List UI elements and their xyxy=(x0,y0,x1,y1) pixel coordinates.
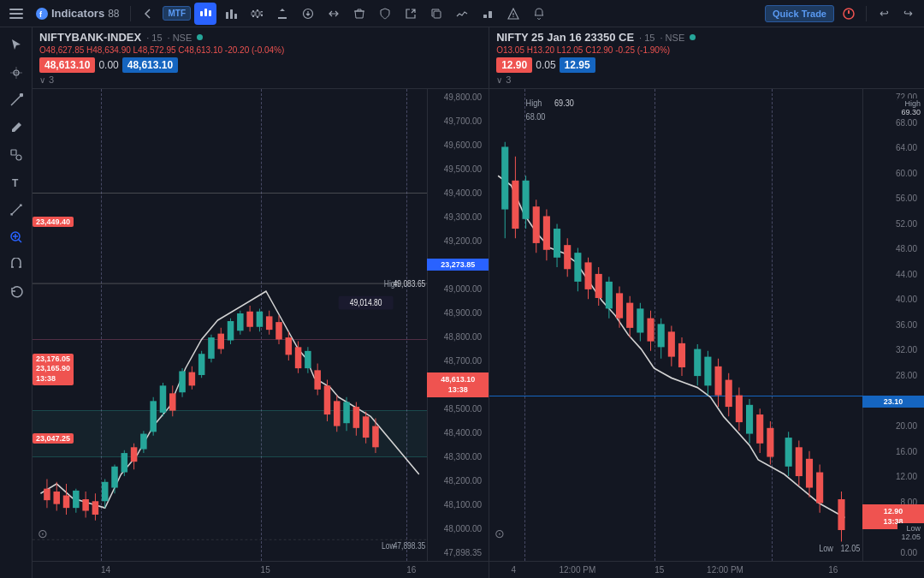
svg-rect-14 xyxy=(256,11,259,16)
svg-rect-155 xyxy=(705,357,712,386)
shield-icon[interactable] xyxy=(374,3,396,25)
active-tool-icon[interactable] xyxy=(194,3,216,25)
svg-rect-65 xyxy=(169,393,176,410)
y-label: 48,500.00 xyxy=(431,404,485,414)
svg-rect-51 xyxy=(102,482,109,501)
svg-rect-173 xyxy=(806,459,813,488)
sidebar-replay-icon[interactable] xyxy=(3,279,29,305)
sidebar-zoom-icon[interactable] xyxy=(3,224,29,250)
chart2-price-zero: 0.05 xyxy=(536,59,555,71)
area-chart-icon[interactable] xyxy=(451,3,473,25)
chart1-body[interactable]: High 49,083.65 49,014.80 Low 47,898.35 4… xyxy=(33,89,489,561)
svg-rect-18 xyxy=(434,11,441,18)
y-label: 48.00 xyxy=(867,244,921,253)
y-label: 48,800.00 xyxy=(431,332,485,342)
brand-label: f Indicators 88 xyxy=(31,7,124,20)
chart2-price-blue: 12.95 xyxy=(560,57,595,73)
svg-rect-53 xyxy=(111,467,118,488)
y-label: 20.00 xyxy=(867,421,921,431)
sidebar-pen-icon[interactable] xyxy=(3,115,29,140)
svg-rect-77 xyxy=(228,321,234,340)
svg-rect-135 xyxy=(595,274,602,298)
svg-rect-73 xyxy=(208,337,215,359)
warning-icon[interactable] xyxy=(502,3,524,25)
undo-button[interactable]: ↩ xyxy=(873,3,895,25)
main-layout: T NIFTYBANK-INDEX · 15 · NSE xyxy=(0,27,924,578)
bar-icon2[interactable] xyxy=(477,3,499,25)
chart-panel-2: NIFTY 25 Jan 16 23350 CE · 15 · NSE O13.… xyxy=(489,27,924,578)
bell-icon[interactable] xyxy=(528,3,550,25)
back-icon[interactable] xyxy=(137,3,159,25)
x-label-15: 15 xyxy=(654,565,664,575)
trash-icon[interactable] xyxy=(348,3,370,25)
svg-rect-71 xyxy=(198,354,205,375)
sidebar-crosshair-icon[interactable] xyxy=(3,60,29,86)
svg-rect-165 xyxy=(756,414,763,444)
copy-icon[interactable] xyxy=(425,3,447,25)
y-label: 48,700.00 xyxy=(431,356,485,366)
svg-rect-1 xyxy=(9,13,23,15)
y-label: 49,500.00 xyxy=(431,164,485,174)
svg-rect-127 xyxy=(554,229,560,258)
chart1-expand-icon[interactable]: ⊙ xyxy=(38,527,48,540)
chart2-price-red: 12.90 xyxy=(496,57,532,73)
power-icon[interactable] xyxy=(838,3,860,25)
sidebar-trend-icon[interactable] xyxy=(3,87,29,113)
sidebar-shapes-icon[interactable] xyxy=(3,142,29,168)
arrows-icon[interactable] xyxy=(323,3,345,25)
y-label: 0.00 xyxy=(867,548,921,557)
sep1 xyxy=(130,6,131,21)
svg-text:47,898.35: 47,898.35 xyxy=(394,542,426,551)
chart2-high-label: High69.30 xyxy=(897,98,924,117)
svg-rect-139 xyxy=(616,293,623,318)
chart1-crosshair-price: 23,273.85 xyxy=(427,259,489,271)
chart1-exchange: · NSE xyxy=(168,33,192,43)
indicators-title: Indicators xyxy=(51,7,104,20)
y-label: 48,900.00 xyxy=(431,308,485,318)
redo-button[interactable]: ↪ xyxy=(897,3,919,25)
y-label: 60.00 xyxy=(867,169,921,178)
sidebar-text-icon[interactable]: T xyxy=(3,170,29,195)
svg-rect-93 xyxy=(305,351,311,368)
chart2-expand-icon[interactable]: ⊙ xyxy=(495,527,505,540)
svg-rect-177 xyxy=(838,499,845,530)
svg-rect-133 xyxy=(585,262,592,289)
svg-rect-147 xyxy=(658,324,665,347)
chart1-x-axis: 14 15 16 xyxy=(33,561,489,578)
quick-trade-button[interactable]: Quick Trade xyxy=(765,5,834,22)
svg-rect-83 xyxy=(257,312,264,327)
chart2-body[interactable]: High 69.30 68.00 Low 12.05 72.00 68.00 6… xyxy=(489,89,924,561)
sidebar-magnet-icon[interactable] xyxy=(3,252,29,277)
y-label: 32.00 xyxy=(867,345,921,355)
svg-rect-81 xyxy=(246,312,253,327)
svg-text:68.00: 68.00 xyxy=(526,112,546,122)
svg-rect-151 xyxy=(678,343,685,367)
chart1-left-price2: 23,176.05 23,165.90 13:38 xyxy=(33,354,74,385)
sidebar-cursor-icon[interactable] xyxy=(3,33,29,58)
mtf-badge[interactable]: MTF xyxy=(163,6,191,21)
sidebar-measure-icon[interactable] xyxy=(3,197,29,223)
svg-rect-5 xyxy=(200,11,203,16)
svg-rect-27 xyxy=(11,150,16,155)
download-icon[interactable] xyxy=(297,3,319,25)
y-label: 49,800.00 xyxy=(431,92,485,102)
svg-rect-161 xyxy=(736,396,743,422)
svg-rect-10 xyxy=(234,14,237,19)
y-label: 48,300.00 xyxy=(431,452,485,462)
svg-rect-169 xyxy=(785,438,792,467)
svg-rect-137 xyxy=(606,282,613,308)
chart2-low-label: Low12.05 xyxy=(897,523,924,542)
chart1-y-axis: 49,800.00 49,700.00 49,600.00 49,500.00 … xyxy=(427,89,489,561)
menu-icon[interactable] xyxy=(5,3,27,25)
chart1-current-price-tag: 48,613.10 13:38 xyxy=(427,372,489,397)
candle-icon[interactable] xyxy=(246,3,268,25)
bar-chart-icon[interactable] xyxy=(220,3,242,25)
svg-rect-167 xyxy=(767,428,774,457)
chart1-price-badges: 48,613.10 0.00 48,613.10 xyxy=(39,57,482,73)
external-link-icon[interactable] xyxy=(400,3,422,25)
svg-rect-129 xyxy=(564,245,571,269)
chart1-indicator-count: 3 xyxy=(49,74,54,85)
y-label: 56.00 xyxy=(867,194,921,203)
upload-icon[interactable] xyxy=(271,3,293,25)
y-label: 44.00 xyxy=(867,270,921,279)
